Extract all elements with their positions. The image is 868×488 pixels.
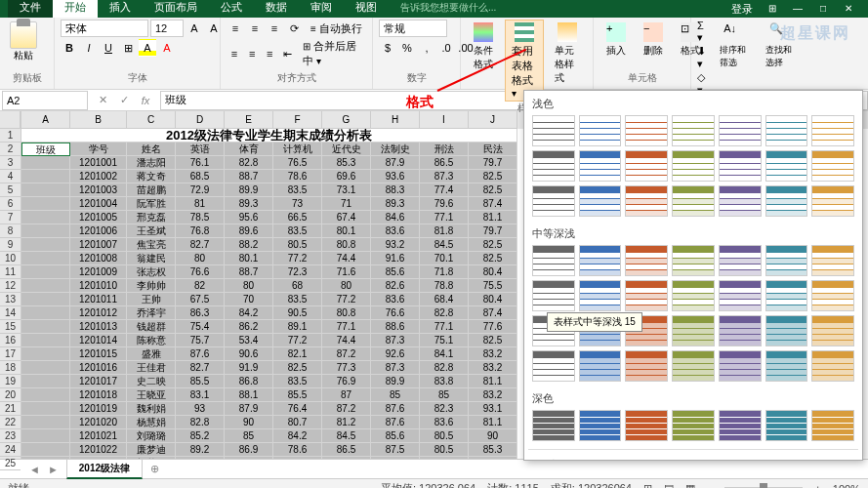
zoom-in-icon[interactable]: + — [814, 483, 820, 489]
cell[interactable]: 78.6 — [273, 443, 322, 457]
row-header[interactable]: 17 — [0, 347, 21, 361]
cell[interactable] — [21, 334, 70, 347]
table-style-thumb[interactable] — [719, 410, 762, 441]
cell[interactable]: 83.1 — [176, 388, 225, 402]
cell[interactable]: 71.8 — [420, 265, 469, 279]
cell[interactable]: 93.2 — [371, 238, 420, 252]
cell[interactable]: 90.5 — [273, 306, 322, 320]
cell[interactable]: 79.7 — [469, 224, 517, 238]
cell[interactable]: 1201011 — [70, 293, 127, 306]
table-style-thumb[interactable] — [672, 115, 715, 146]
cell[interactable]: 87.5 — [371, 443, 420, 457]
table-style-thumb[interactable] — [579, 115, 622, 146]
table-style-thumb[interactable] — [811, 350, 854, 382]
table-style-thumb[interactable] — [625, 280, 668, 311]
cell[interactable]: 80.1 — [322, 224, 371, 238]
cell[interactable]: 79.6 — [420, 197, 469, 211]
cell[interactable]: 84.6 — [371, 211, 420, 224]
cell[interactable]: 83.8 — [420, 375, 469, 388]
table-style-thumb[interactable] — [625, 410, 668, 441]
cell[interactable]: 1201005 — [70, 211, 127, 224]
table-style-thumb[interactable] — [532, 115, 575, 146]
cell[interactable]: 73 — [273, 197, 322, 211]
cell[interactable]: 84.5 — [322, 429, 371, 443]
new-sheet-icon[interactable]: ⊕ — [150, 463, 159, 475]
table-style-thumb[interactable] — [672, 245, 715, 276]
cell[interactable]: 84.2 — [225, 306, 273, 320]
cell[interactable]: 87.9 — [225, 402, 273, 416]
merge-center-button[interactable]: ⊞ 合并后居中 ▾ — [303, 39, 366, 68]
cell[interactable]: 87.4 — [469, 306, 517, 320]
table-style-thumb[interactable] — [579, 280, 622, 311]
tab-layout[interactable]: 页面布局 — [143, 0, 209, 18]
cell[interactable]: 68.5 — [176, 170, 225, 183]
cell[interactable] — [21, 443, 70, 457]
cell[interactable]: 68 — [273, 279, 322, 293]
cell[interactable]: 75.7 — [176, 334, 225, 347]
cell[interactable]: 82.6 — [371, 279, 420, 293]
row-header[interactable]: 12 — [0, 279, 21, 293]
cell[interactable]: 87.4 — [469, 197, 517, 211]
table-style-thumb[interactable] — [719, 245, 762, 276]
cell[interactable]: 体育 — [225, 142, 273, 156]
tab-review[interactable]: 审阅 — [299, 0, 344, 18]
cell[interactable]: 67.5 — [176, 293, 225, 306]
row-header[interactable]: 16 — [0, 334, 21, 347]
table-style-thumb[interactable] — [765, 150, 808, 182]
row-header[interactable]: 11 — [0, 265, 21, 279]
cell[interactable]: 77.2 — [273, 252, 322, 265]
tab-home[interactable]: 开始 — [53, 0, 98, 18]
italic-button[interactable]: I — [80, 39, 98, 57]
cell[interactable]: 83.5 — [273, 183, 322, 197]
cell[interactable]: 魏利娟 — [127, 402, 176, 416]
cell[interactable]: 87.6 — [176, 347, 225, 361]
conditional-format-button[interactable]: 条件格式 — [467, 20, 501, 74]
cell[interactable]: 87.6 — [371, 402, 420, 416]
column-header[interactable]: F — [273, 111, 322, 129]
share-icon[interactable]: ⊞ — [761, 3, 784, 17]
font-size-select[interactable] — [150, 20, 184, 37]
cell[interactable]: 77.3 — [322, 361, 371, 375]
cell[interactable]: 班级 — [21, 142, 70, 156]
row-header[interactable]: 1 — [0, 129, 21, 142]
cell[interactable]: 85 — [420, 388, 469, 402]
cell[interactable]: 杨慧娟 — [127, 416, 176, 429]
percent-icon[interactable]: % — [398, 39, 416, 57]
cell[interactable]: 93 — [176, 402, 225, 416]
cell[interactable]: 84.5 — [322, 457, 371, 459]
cell[interactable]: 83.6 — [371, 293, 420, 306]
row-header[interactable]: 23 — [0, 429, 21, 443]
cell[interactable]: 82.8 — [420, 306, 469, 320]
cell[interactable]: 89.3 — [225, 197, 273, 211]
delete-cells-button[interactable]: −删除 — [637, 20, 670, 61]
cell[interactable]: 1201008 — [70, 252, 127, 265]
cell[interactable]: 86.3 — [176, 306, 225, 320]
cell[interactable]: 82.5 — [469, 170, 517, 183]
table-style-thumb[interactable] — [532, 185, 575, 217]
row-header[interactable]: 18 — [0, 361, 21, 375]
table-style-thumb[interactable] — [672, 280, 715, 311]
table-style-thumb[interactable] — [579, 350, 622, 382]
cell[interactable]: 82.5 — [469, 183, 517, 197]
increase-font-icon[interactable]: A — [186, 20, 203, 37]
cell[interactable]: 75.1 — [420, 334, 469, 347]
cell-styles-button[interactable]: 单元格样式 — [548, 20, 587, 88]
cell[interactable]: 82.7 — [176, 238, 225, 252]
table-style-thumb[interactable] — [811, 115, 854, 146]
cell[interactable] — [21, 211, 70, 224]
cell[interactable]: 80.1 — [225, 252, 273, 265]
cell[interactable]: 89.2 — [176, 443, 225, 457]
cell[interactable]: 88.7 — [225, 170, 273, 183]
cell[interactable]: 82.8 — [176, 416, 225, 429]
align-bottom-icon[interactable]: ≡ — [266, 20, 283, 37]
cell[interactable]: 1201019 — [70, 402, 127, 416]
cell[interactable]: 民法 — [469, 142, 517, 156]
table-style-thumb[interactable] — [579, 245, 622, 276]
wrap-text-button[interactable]: ≡ 自动换行 — [310, 21, 362, 36]
cell[interactable]: 85.2 — [176, 429, 225, 443]
login-link[interactable]: 登录 — [731, 2, 753, 17]
cell[interactable]: 75.5 — [469, 279, 517, 293]
cell[interactable]: 83.2 — [469, 347, 517, 361]
cell[interactable]: 85.6 — [371, 265, 420, 279]
cell[interactable]: 80.5 — [420, 443, 469, 457]
